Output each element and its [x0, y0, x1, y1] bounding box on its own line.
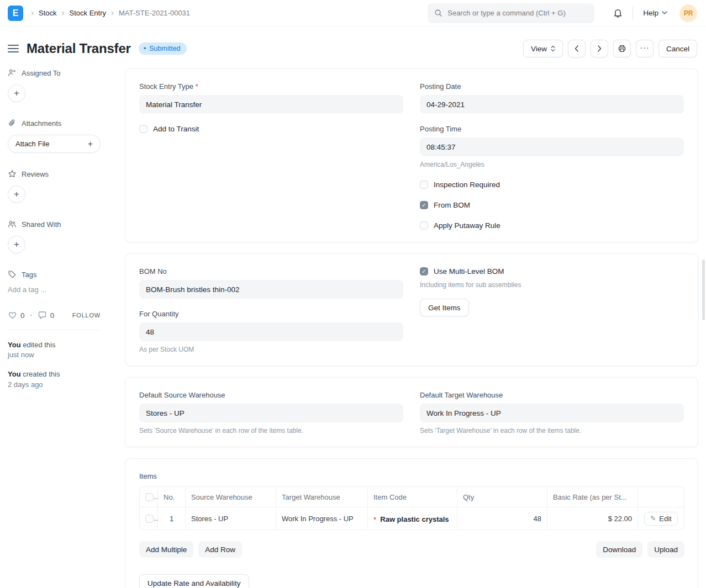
row-source-warehouse[interactable]: Stores - UP: [186, 507, 276, 530]
chevron-right-icon: [597, 45, 602, 52]
add-share-button[interactable]: +: [8, 236, 25, 253]
column-header-source-warehouse[interactable]: Source Warehouse: [186, 486, 276, 507]
search-input[interactable]: [447, 9, 588, 17]
plus-icon: +: [14, 239, 19, 250]
row-number: 1: [158, 507, 186, 530]
breadcrumb-current-doc[interactable]: MAT-STE-2021-00031: [119, 9, 190, 17]
checkbox-unchecked[interactable]: [420, 221, 428, 230]
add-row-button[interactable]: Add Row: [198, 541, 242, 558]
row-item-code[interactable]: •Raw plastic crystals: [368, 507, 457, 530]
chevron-right-icon: ›: [31, 8, 34, 17]
row-edit-button[interactable]: ✎ Edit: [644, 512, 677, 526]
assigned-to-label: Assigned To: [22, 69, 61, 77]
menu-hamburger-icon[interactable]: [8, 45, 19, 52]
edit-button-label: Edit: [659, 515, 671, 523]
printer-icon: [618, 44, 626, 53]
app-logo-letter: E: [13, 8, 19, 18]
checkbox-checked[interactable]: ✓: [420, 201, 428, 209]
breadcrumb-stock-entry[interactable]: Stock Entry: [70, 9, 106, 17]
section-main-card: Stock Entry Type * Add to Transit Postin…: [125, 68, 698, 242]
add-assignment-button[interactable]: +: [8, 84, 25, 102]
select-all-checkbox[interactable]: [145, 493, 154, 501]
activity-entry: You edited this just now: [8, 340, 101, 360]
for-quantity-input[interactable]: [139, 322, 403, 341]
column-header-basic-rate[interactable]: Basic Rate (as per St...: [547, 486, 638, 507]
comment-icon[interactable]: [38, 311, 47, 320]
sort-chevrons-icon: [551, 45, 555, 52]
row-target-warehouse[interactable]: Work In Progress - UP: [276, 507, 368, 530]
global-search[interactable]: [428, 3, 594, 23]
pencil-icon: ✎: [650, 515, 656, 522]
stock-entry-type-input[interactable]: [139, 95, 403, 114]
column-header-qty[interactable]: Qty: [457, 486, 547, 507]
stock-indicator-icon: •: [373, 513, 376, 523]
multi-level-help: Including items for sub assemblies: [420, 281, 684, 289]
chevron-left-icon: [575, 45, 579, 52]
status-badge: • Submitted: [139, 43, 187, 55]
scrollbar-thumb[interactable]: [702, 259, 705, 320]
prev-document-button[interactable]: [568, 40, 586, 57]
section-warehouse-card: Default Source Warehouse Sets 'Source Wa…: [125, 377, 698, 447]
checkbox-label: Use Multi-Level BOM: [434, 267, 504, 276]
comments-count: 0: [50, 311, 55, 320]
heart-icon[interactable]: [8, 311, 17, 320]
checkbox-unchecked[interactable]: [420, 181, 428, 189]
add-multiple-button[interactable]: Add Multiple: [139, 541, 193, 558]
row-qty[interactable]: 48: [457, 507, 547, 530]
attach-file-button[interactable]: Attach File +: [8, 135, 101, 153]
user-avatar[interactable]: PR: [679, 4, 697, 22]
default-target-warehouse-label: Default Target Warehouse: [420, 391, 684, 399]
more-actions-button[interactable]: ···: [636, 40, 654, 57]
posting-date-input[interactable]: [420, 95, 684, 114]
app-logo[interactable]: E: [8, 6, 23, 21]
items-table-row[interactable]: 1 Stores - UP Work In Progress - UP •Raw…: [139, 507, 684, 530]
default-source-warehouse-label: Default Source Warehouse: [139, 391, 403, 399]
row-basic-rate[interactable]: $ 22.00: [547, 507, 638, 530]
item-code-text: Raw plastic crystals: [380, 515, 449, 523]
help-menu[interactable]: Help: [643, 9, 667, 17]
default-target-warehouse-input[interactable]: [420, 404, 684, 422]
checkbox-label: From BOM: [434, 201, 470, 209]
from-bom-checkbox[interactable]: ✓ From BOM: [420, 201, 684, 209]
update-rate-availability-button[interactable]: Update Rate and Availability: [139, 574, 249, 588]
label-text: Stock Entry Type: [139, 82, 193, 91]
use-multi-level-bom-checkbox[interactable]: ✓ Use Multi-Level BOM: [420, 267, 684, 276]
checkbox-unchecked[interactable]: [139, 125, 147, 133]
section-items-card: Items No. Source Warehouse Target Wareho…: [125, 458, 698, 588]
posting-date-label: Posting Date: [420, 82, 684, 91]
section-bom-card: BOM No For Quantity As per Stock UOM ✓ U…: [125, 253, 698, 366]
activity-entry: You created this 2 days ago: [8, 369, 101, 389]
people-icon: [8, 220, 17, 229]
notifications-bell-icon[interactable]: [613, 8, 623, 18]
tag-icon: [8, 270, 17, 279]
get-items-button[interactable]: Get Items: [420, 299, 469, 316]
inspection-required-checkbox[interactable]: Inspection Required: [420, 181, 684, 189]
column-header-no[interactable]: No.: [158, 486, 186, 507]
view-button[interactable]: View: [523, 40, 563, 57]
add-tag-input[interactable]: Add a tag ...: [8, 285, 101, 294]
add-review-button[interactable]: +: [8, 186, 25, 203]
cancel-button-label: Cancel: [666, 45, 689, 53]
sidebar-section-shared-with: Shared With +: [8, 220, 101, 253]
print-button[interactable]: [613, 40, 631, 57]
posting-time-input[interactable]: [420, 137, 684, 156]
bom-no-input[interactable]: [139, 280, 403, 299]
posting-time-label: Posting Time: [420, 125, 684, 133]
items-table: No. Source Warehouse Target Warehouse It…: [139, 486, 684, 530]
check-icon: ✓: [422, 268, 426, 274]
checkbox-checked[interactable]: ✓: [420, 267, 428, 276]
default-source-warehouse-input[interactable]: [139, 404, 403, 422]
upload-button[interactable]: Upload: [647, 541, 684, 558]
chevron-right-icon: ›: [62, 8, 65, 17]
follow-button[interactable]: FOLLOW: [72, 312, 101, 319]
breadcrumb-stock[interactable]: Stock: [39, 9, 57, 17]
for-quantity-label: For Quantity: [139, 310, 403, 318]
cancel-button[interactable]: Cancel: [658, 40, 697, 57]
download-button[interactable]: Download: [596, 541, 642, 558]
apply-putaway-rule-checkbox[interactable]: Apply Putaway Rule: [420, 221, 684, 230]
column-header-item-code[interactable]: Item Code: [368, 486, 457, 507]
column-header-target-warehouse[interactable]: Target Warehouse: [276, 486, 368, 507]
add-to-transit-checkbox[interactable]: Add to Transit: [139, 125, 403, 133]
next-document-button[interactable]: [591, 40, 608, 57]
row-checkbox[interactable]: [145, 515, 154, 523]
